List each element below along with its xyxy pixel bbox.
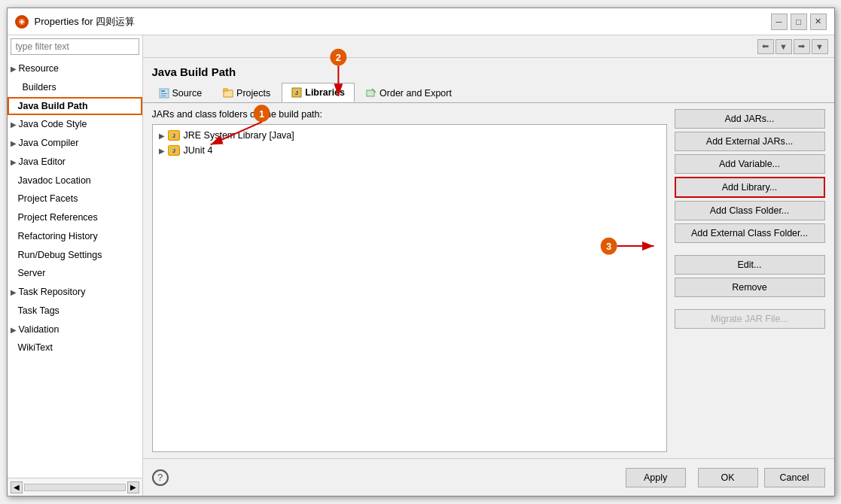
- properties-dialog: Properties for 四则运算 ─ □ ✕ ▶Resource Buil…: [7, 8, 835, 496]
- sidebar-item-run-debug-settings[interactable]: Run/Debug Settings: [8, 246, 142, 265]
- sidebar-item-javadoc-location[interactable]: Javadoc Location: [8, 172, 142, 190]
- source-tab-icon: [159, 88, 169, 99]
- add-jars-button[interactable]: Add JARs...: [675, 109, 825, 129]
- main-content: ▶Resource Builders Java Build Path ▶Java…: [8, 35, 834, 496]
- panel-header: ⬅ ▼ ➡ ▼: [143, 35, 834, 58]
- add-external-jars-button[interactable]: Add External JARs...: [675, 132, 825, 151]
- buttons-panel: Add JARs... Add External JARs... Add Var…: [675, 109, 825, 452]
- build-path-panel: JARs and class folders on the build path…: [152, 109, 667, 452]
- sidebar-item-validation[interactable]: ▶Validation: [8, 320, 142, 339]
- remove-button[interactable]: Remove: [675, 278, 825, 297]
- projects-tab-icon: [223, 88, 233, 99]
- title-bar: Properties for 四则运算 ─ □ ✕: [8, 8, 834, 35]
- bottom-apply-area: ? Apply OK Cancel: [152, 468, 825, 487]
- nav-forward-dropdown-button[interactable]: ▼: [812, 39, 828, 54]
- sidebar-item-java-build-path[interactable]: Java Build Path: [8, 97, 142, 116]
- minimize-button[interactable]: ─: [771, 14, 788, 30]
- ok-button[interactable]: OK: [698, 468, 758, 487]
- bottom-bar: ? Apply OK Cancel: [143, 458, 834, 496]
- sidebar-item-server[interactable]: Server: [8, 264, 142, 283]
- svg-rect-19: [367, 90, 374, 96]
- sidebar-item-refactoring-history[interactable]: Refactoring History: [8, 227, 142, 246]
- expand-arrow-task-repo: ▶: [11, 288, 17, 296]
- jre-library-label: JRE System Library [Java]: [184, 130, 294, 141]
- window-controls: ─ □ ✕: [771, 14, 827, 30]
- sidebar-item-task-repository[interactable]: ▶Task Repository: [8, 283, 142, 302]
- btn-spacer-2: [675, 300, 825, 306]
- content-area: JARs and class folders on the build path…: [143, 103, 834, 458]
- migrate-jar-file-button[interactable]: Migrate JAR File...: [675, 309, 825, 329]
- build-path-description: JARs and class folders on the build path…: [152, 109, 667, 120]
- build-path-list[interactable]: ▶ J JRE System Library [Java]: [152, 124, 667, 452]
- dialog-title: Properties for 四则运算: [35, 15, 771, 29]
- sidebar-item-java-editor[interactable]: ▶Java Editor: [8, 153, 142, 172]
- nav-dropdown-button[interactable]: ▼: [775, 39, 792, 54]
- svg-rect-16: [224, 89, 227, 91]
- sidebar-item-task-tags[interactable]: Task Tags: [8, 302, 142, 320]
- sidebar-item-resource[interactable]: ▶Resource: [8, 59, 142, 78]
- section-title: Java Build Path: [143, 58, 834, 83]
- filter-input[interactable]: [11, 38, 139, 55]
- svg-rect-13: [161, 93, 167, 94]
- sidebar-item-builders[interactable]: Builders: [8, 78, 142, 97]
- jre-library-icon: J: [168, 130, 180, 141]
- sidebar-item-project-facets[interactable]: Project Facets: [8, 190, 142, 208]
- sidebar-items-list: ▶Resource Builders Java Build Path ▶Java…: [8, 58, 142, 478]
- add-library-button[interactable]: Add Library...: [675, 177, 825, 198]
- expand-arrow-editor: ▶: [11, 158, 17, 166]
- expand-arrow-jre: ▶: [159, 132, 165, 140]
- sidebar-item-project-references[interactable]: Project References: [8, 208, 142, 227]
- cancel-button[interactable]: Cancel: [764, 468, 825, 487]
- order-export-tab-icon: [366, 88, 376, 99]
- svg-rect-14: [161, 96, 166, 96]
- junit-library-label: JUnit 4: [184, 145, 213, 156]
- right-panel: ⬅ ▼ ➡ ▼ Java Build Path: [143, 35, 834, 496]
- expand-arrow-resource: ▶: [11, 65, 17, 73]
- expand-arrow-compiler: ▶: [11, 139, 17, 147]
- sidebar-item-java-compiler[interactable]: ▶Java Compiler: [8, 134, 142, 153]
- nav-back-button[interactable]: ⬅: [757, 39, 774, 54]
- edit-button[interactable]: Edit...: [675, 255, 825, 275]
- close-button[interactable]: ✕: [810, 14, 827, 30]
- dialog-icon: [15, 15, 29, 29]
- svg-text:J: J: [172, 148, 175, 153]
- libraries-tab-icon: J: [291, 87, 302, 98]
- add-class-folder-button[interactable]: Add Class Folder...: [675, 201, 825, 220]
- expand-arrow-junit: ▶: [159, 147, 165, 155]
- sidebar-item-wikitext[interactable]: WikiText: [8, 339, 142, 357]
- nav-arrows: ⬅ ▼ ➡ ▼: [757, 39, 828, 54]
- nav-forward-button[interactable]: ➡: [794, 39, 810, 54]
- tabs-container: Source Projects: [143, 83, 834, 103]
- sidebar-scroll-left[interactable]: ◀: [11, 481, 23, 493]
- list-item-junit4[interactable]: ▶ J JUnit 4: [153, 143, 666, 158]
- expand-arrow-code-style: ▶: [11, 120, 17, 129]
- sidebar: ▶Resource Builders Java Build Path ▶Java…: [8, 35, 143, 496]
- help-button[interactable]: ?: [152, 469, 169, 486]
- tab-order-export[interactable]: Order and Export: [356, 83, 462, 102]
- tab-source[interactable]: Source: [149, 83, 212, 102]
- sidebar-scroll-right[interactable]: ▶: [127, 481, 139, 493]
- maximize-button[interactable]: □: [791, 14, 807, 30]
- junit-library-icon: J: [168, 145, 180, 156]
- tab-projects[interactable]: Projects: [213, 83, 280, 102]
- apply-button[interactable]: Apply: [626, 468, 686, 487]
- btn-spacer-1: [675, 246, 825, 252]
- tab-libraries[interactable]: J Libraries: [282, 83, 355, 102]
- right-panel-wrapper: 1 2 3 ⬅ ▼ ➡ ▼: [143, 35, 834, 496]
- sidebar-item-java-code-style[interactable]: ▶Java Code Style: [8, 115, 142, 134]
- add-variable-button[interactable]: Add Variable...: [675, 154, 825, 174]
- bottom-buttons: Apply OK Cancel: [626, 468, 825, 487]
- sidebar-footer: ◀ ▶: [8, 478, 142, 496]
- list-item-jre-system-library[interactable]: ▶ J JRE System Library [Java]: [153, 128, 666, 143]
- add-external-class-folder-button[interactable]: Add External Class Folder...: [675, 223, 825, 243]
- svg-text:J: J: [295, 90, 298, 96]
- svg-rect-12: [161, 90, 165, 92]
- svg-text:J: J: [172, 133, 175, 138]
- expand-arrow-validation: ▶: [11, 326, 17, 334]
